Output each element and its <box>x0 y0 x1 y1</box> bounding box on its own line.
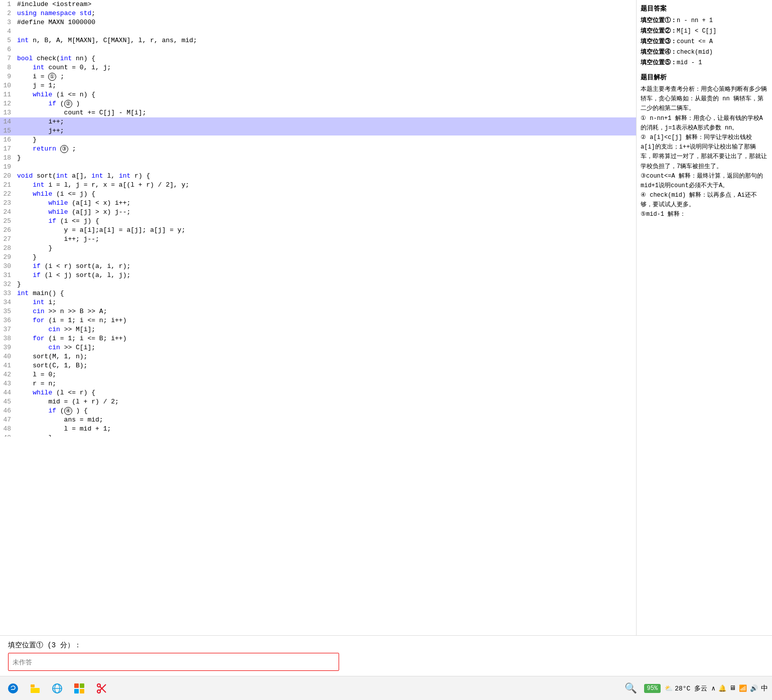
answer-item-1: 填空位置①：n - nn + 1 <box>641 16 768 25</box>
line-number: 38 <box>0 334 15 343</box>
line-code: i++; j--; <box>15 235 636 244</box>
line-number: 36 <box>0 316 15 325</box>
line-code: sort(M, 1, n); <box>15 352 636 361</box>
line-code: i++; <box>15 117 636 126</box>
line-number: 42 <box>0 370 15 379</box>
line-code <box>15 45 636 54</box>
line-number: 32 <box>0 280 15 289</box>
line-number: 20 <box>0 172 15 181</box>
answer-item-5: 填空位置⑤：mid - 1 <box>641 58 768 67</box>
line-number: 48 <box>0 425 15 434</box>
line-code: if (② ) <box>15 99 636 108</box>
line-code: cin >> C[i]; <box>15 343 636 352</box>
line-number: 10 <box>0 81 15 90</box>
line-code: while (a[j] > x) j--; <box>15 208 636 217</box>
line-code: r = n; <box>15 379 636 388</box>
line-code: for (i = 1; i <= n; i++) <box>15 316 636 325</box>
language-icon[interactable]: 中 <box>761 684 768 693</box>
bottom-area: 填空位置① (3 分）： <box>0 635 772 676</box>
store-icon[interactable] <box>70 679 88 697</box>
search-icon[interactable]: 🔍 <box>622 679 640 697</box>
line-code: int i = l, j = r, x = a[(l + r) / 2], y; <box>15 181 636 190</box>
edge-icon[interactable] <box>4 679 22 697</box>
answer-section: 题目答案 填空位置①：n - nn + 1填空位置②：M[i] < C[j]填空… <box>641 4 768 67</box>
wifi-icon[interactable]: 📶 <box>739 684 747 692</box>
line-code: l = 0; <box>15 370 636 379</box>
screen-icon[interactable]: 🖥 <box>729 684 736 692</box>
line-code: for (i = 1; i <= B; i++) <box>15 334 636 343</box>
line-code: } <box>15 154 636 163</box>
line-code: } <box>15 280 636 289</box>
files-icon[interactable] <box>26 679 44 697</box>
fill-input[interactable] <box>8 653 339 671</box>
line-number: 15 <box>0 126 15 135</box>
line-code: i = ① ; <box>15 72 636 81</box>
line-code: ans = mid; <box>15 415 636 425</box>
line-code: sort(C, 1, B); <box>15 361 636 370</box>
battery-badge: 95% <box>644 684 661 693</box>
line-code: while (i <= n) { <box>15 90 636 99</box>
line-code: int i; <box>15 298 636 307</box>
line-code: int n, B, A, M[MAXN], C[MAXN], l, r, ans… <box>15 36 636 45</box>
svg-rect-7 <box>80 683 84 688</box>
line-number: 23 <box>0 199 15 208</box>
line-code: return ③ ; <box>15 145 636 154</box>
analysis-text: 本题主要考查考分析：用贪心策略判断有多少辆轿车，贪心策略如：从最贵的 nn 辆轿… <box>641 85 768 220</box>
line-code: if (l < j) sort(a, l, j); <box>15 271 636 280</box>
line-number: 3 <box>0 18 15 27</box>
line-number: 39 <box>0 343 15 352</box>
right-panel: 题目答案 填空位置①：n - nn + 1填空位置②：M[i] < C[j]填空… <box>637 0 772 437</box>
line-number: 18 <box>0 154 15 163</box>
line-number: 11 <box>0 90 15 99</box>
notification-icon[interactable]: 🔔 <box>718 684 726 692</box>
sys-icons: ∧ 🔔 🖥 📶 🔊 中 <box>711 684 768 693</box>
line-number: 31 <box>0 271 15 280</box>
svg-rect-9 <box>80 689 84 693</box>
line-number: 49 <box>0 434 15 437</box>
answer-title: 题目答案 <box>641 4 768 13</box>
line-number: 2 <box>0 9 15 18</box>
weather-info: ⛅ 28°C 多云 <box>665 684 707 693</box>
line-code: #define MAXN 1000000 <box>15 18 636 27</box>
scissors-icon[interactable] <box>92 679 110 697</box>
analysis-title: 题目解析 <box>641 73 768 82</box>
line-code: while (l <= r) { <box>15 388 636 397</box>
answer-item-2: 填空位置②：M[i] < C[j] <box>641 27 768 35</box>
volume-icon[interactable]: 🔊 <box>750 684 758 692</box>
line-number: 14 <box>0 117 15 126</box>
svg-rect-6 <box>74 683 79 688</box>
line-code: l = mid + 1; <box>15 425 636 434</box>
ie-icon[interactable] <box>48 679 66 697</box>
line-number: 43 <box>0 379 15 388</box>
answer-item-4: 填空位置④：check(mid) <box>641 48 768 56</box>
line-number: 17 <box>0 145 15 154</box>
svg-rect-1 <box>31 684 35 687</box>
line-code: y = a[i];a[i] = a[j]; a[j] = y; <box>15 226 636 235</box>
main-content: 1#include <iostream>2using namespace std… <box>0 0 772 635</box>
line-code <box>15 27 636 36</box>
line-code: j++; <box>15 126 636 135</box>
line-number: 19 <box>0 163 15 172</box>
code-panel: 1#include <iostream>2using namespace std… <box>0 0 637 635</box>
line-number: 13 <box>0 108 15 117</box>
line-number: 21 <box>0 181 15 190</box>
line-code: bool check(int nn) { <box>15 54 636 63</box>
line-code: } <box>15 434 636 437</box>
line-number: 27 <box>0 235 15 244</box>
line-code: using namespace std; <box>15 9 636 18</box>
weather-icon: ⛅ <box>665 684 673 692</box>
line-number: 22 <box>0 190 15 199</box>
line-number: 28 <box>0 244 15 253</box>
line-code: while (i <= j) { <box>15 190 636 199</box>
line-number: 29 <box>0 253 15 262</box>
line-number: 35 <box>0 307 15 316</box>
line-code: while (a[i] < x) i++; <box>15 199 636 208</box>
line-number: 34 <box>0 298 15 307</box>
line-number: 24 <box>0 208 15 217</box>
code-area[interactable]: 1#include <iostream>2using namespace std… <box>0 0 636 437</box>
svg-rect-2 <box>31 688 40 693</box>
chevron-icon[interactable]: ∧ <box>711 684 715 692</box>
line-code: } <box>15 244 636 253</box>
weather-text: 28°C 多云 <box>675 684 707 693</box>
line-code: j = 1; <box>15 81 636 90</box>
